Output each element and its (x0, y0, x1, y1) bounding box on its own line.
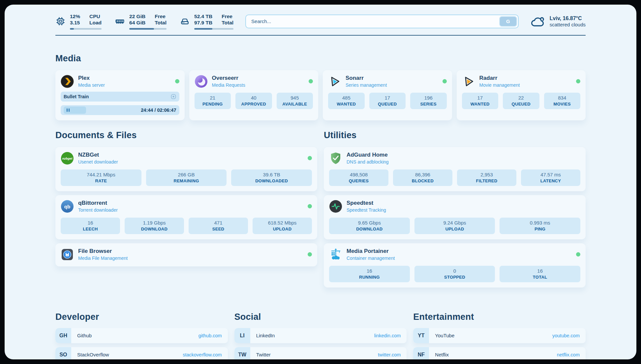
section-title-media: Media (55, 53, 586, 64)
stat-tile-queued: 17 QUEUED (369, 93, 406, 109)
link-url: github.com (198, 333, 222, 338)
memory-stat: 22 GiB Free 64 GiB Total (115, 13, 167, 30)
app-subtitle: Media File Management (78, 256, 128, 261)
stat-tile-blocked: 86,396 BLOCKED (393, 169, 452, 186)
stat-tile-rate: 744.21 Mbps RATE (61, 169, 141, 186)
disk-progress-bar (194, 28, 233, 30)
link-badge: NF (413, 347, 429, 359)
status-dot (308, 204, 312, 208)
service-card-nzbget[interactable]: nzbget NZBGet Usenet downloader 744.21 M… (55, 147, 317, 191)
link-name: Netflix (435, 352, 449, 357)
section-title-utilities: Utilities (324, 130, 586, 140)
app-name: AdGuard Home (347, 152, 389, 158)
service-card-qbittorrent[interactable]: qb qBittorrent Torrent downloader 16 LEE… (55, 195, 317, 239)
filebrowser-icon (61, 248, 74, 261)
stat-tile-wanted: 17 WANTED (462, 93, 499, 109)
weather-widget: Lviv, 16.87°C scattered clouds (531, 15, 586, 28)
service-card-radarr[interactable]: Radarr Movie management 17 WANTED 22 QUE… (457, 70, 586, 120)
link-name: StackOverflow (77, 352, 109, 357)
cpu-percent: 12% (70, 13, 80, 19)
service-card-plex[interactable]: Plex Media server Bullet Train (55, 70, 185, 120)
app-subtitle: Speedtest Tracking (347, 207, 386, 213)
link-url: netflix.com (557, 352, 580, 357)
stat-tile-series: 196 SERIES (410, 93, 447, 109)
top-bar: 12% CPU 3.15 Load (55, 5, 586, 30)
search-bar: G (245, 15, 519, 28)
stat-tile-stopped: 0 STOPPED (414, 266, 495, 282)
app-subtitle: DNS and adblocking (347, 159, 389, 165)
social-column: Social LI LinkedIn linkedin.com TW Twitt… (234, 312, 407, 359)
session-stop-icon[interactable] (170, 94, 176, 100)
playback-progress-row: 24:44 / 02:06:47 (61, 105, 179, 115)
section-title-documents: Documents & Files (55, 130, 317, 140)
link-url: youtube.com (552, 333, 580, 338)
disk-total: 97.9 TB (194, 19, 212, 26)
app-name: NZBGet (78, 152, 118, 158)
documents-column: Documents & Files nzbget NZBGet Usenet d… (55, 130, 317, 270)
status-dot (175, 79, 179, 83)
app-name: File Browser (78, 248, 128, 255)
stat-tile-movies: 834 MOVIES (544, 93, 581, 109)
link-badge: YT (413, 328, 429, 343)
qbittorrent-icon: qb (61, 200, 74, 213)
link-row-github[interactable]: GH Github github.com (55, 328, 228, 343)
cpu-loadavg: 3.15 (70, 19, 80, 26)
app-name: Media Portainer (347, 248, 395, 255)
cpu-stat: 12% CPU 3.15 Load (55, 13, 102, 30)
stat-tile-upload: 9.24 Gbps UPLOAD (414, 218, 495, 234)
link-url: linkedin.com (374, 333, 401, 338)
disk-stat: 52.4 TB Free 97.9 TB Total (180, 13, 233, 30)
stat-tile-download: 1.19 Gbps DOWNLOAD (125, 218, 184, 234)
section-title-social: Social (234, 312, 407, 322)
sonarr-icon (328, 75, 341, 88)
link-name: Github (77, 333, 92, 338)
service-card-speedtest[interactable]: Speedtest Speedtest Tracking 9.65 Gbps D… (324, 195, 586, 239)
app-subtitle: Movie management (479, 82, 520, 88)
link-url: twitter.com (378, 352, 401, 357)
link-row-youtube[interactable]: YT YouTube youtube.com (413, 328, 586, 343)
stat-tile-pending: 21 PENDING (195, 93, 231, 109)
cloud-icon (531, 15, 546, 28)
link-row-stackoverflow[interactable]: SO StackOverflow stackoverflow.com (55, 347, 228, 359)
section-title-developer: Developer (55, 312, 228, 322)
service-card-adguard[interactable]: AdGuard Home DNS and adblocking 498,508 … (324, 147, 586, 191)
stat-tile-leech: 16 LEECH (61, 218, 120, 234)
stat-tile-filtered: 2,953 FILTERED (457, 169, 516, 186)
service-card-sonarr[interactable]: Sonarr Series management 485 WANTED 17 Q… (323, 70, 452, 120)
now-playing-title: Bullet Train (64, 94, 89, 99)
link-row-netflix[interactable]: NF Netflix netflix.com (413, 347, 586, 359)
service-card-portainer[interactable]: Media Portainer Container management 16 … (324, 243, 586, 288)
adguard-icon (329, 152, 342, 165)
app-name: Plex (78, 75, 105, 81)
search-engine-button[interactable]: G (499, 16, 517, 27)
pause-icon (69, 108, 70, 112)
weather-location-temp: Lviv, 16.87°C (550, 15, 586, 21)
stat-tile-downloaded: 39.6 TB DOWNLOADED (231, 169, 312, 186)
stat-tile-approved: 40 APPROVED (235, 93, 272, 109)
radarr-icon (462, 75, 475, 88)
search-input[interactable] (245, 15, 519, 28)
svg-text:nzbget: nzbget (62, 156, 73, 160)
link-row-twitter[interactable]: TW Twitter twitter.com (234, 347, 407, 359)
link-badge: LI (234, 328, 250, 343)
app-name: Speedtest (347, 200, 386, 206)
app-subtitle: Series management (346, 82, 387, 88)
service-card-overseerr[interactable]: Overseerr Media Requests 21 PENDING 40 A… (189, 70, 319, 120)
status-dot (576, 79, 580, 83)
memory-total: 64 GiB (129, 19, 145, 26)
disk-label-1: Free (222, 13, 233, 19)
developer-column: Developer GH Github github.com SO StackO… (55, 312, 228, 359)
stat-tile-queued: 22 QUEUED (503, 93, 539, 109)
memory-label-2: Total (155, 19, 167, 26)
nzbget-icon: nzbget (61, 152, 74, 165)
link-row-linkedin[interactable]: LI LinkedIn linkedin.com (234, 328, 407, 343)
app-subtitle: Media Requests (212, 82, 245, 88)
svg-text:qb: qb (64, 203, 70, 209)
link-badge: GH (55, 328, 71, 343)
link-name: LinkedIn (256, 333, 275, 338)
app-name: Radarr (479, 75, 520, 81)
service-card-filebrowser[interactable]: File Browser Media File Management (55, 243, 317, 266)
link-name: YouTube (435, 333, 454, 338)
stat-tile-available: 945 AVAILABLE (277, 93, 313, 109)
plex-icon (61, 75, 74, 88)
